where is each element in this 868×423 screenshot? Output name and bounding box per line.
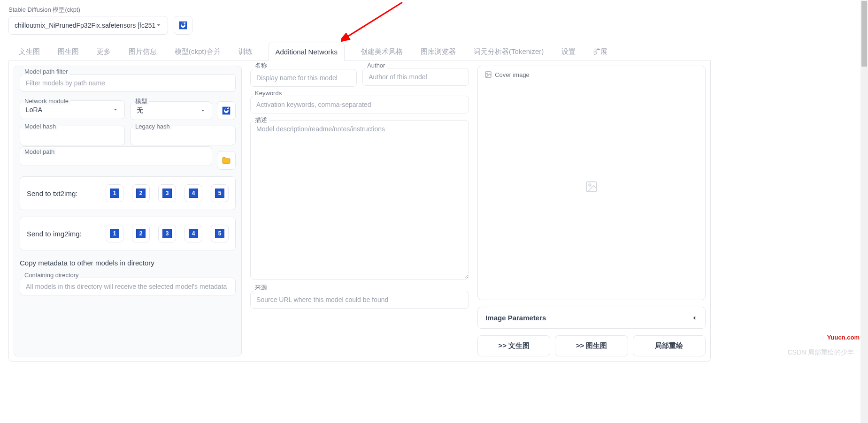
tab-settings[interactable]: 设置 (560, 43, 577, 61)
send-to-inpaint-button[interactable]: 局部重绘 (633, 335, 706, 356)
refresh-icon (222, 106, 231, 115)
folder-icon (222, 157, 231, 164)
tab-additional-networks[interactable]: Additional Networks (269, 43, 345, 61)
tab-txt2img[interactable]: 文生图 (17, 43, 42, 61)
send-txt2img-3[interactable]: 3 (158, 184, 176, 202)
refresh-models-button[interactable] (174, 16, 192, 35)
tab-train[interactable]: 训练 (237, 43, 254, 61)
model-path-label: Model path (23, 148, 56, 155)
watermark-csdn: CSDN 局部重绘的少年 (787, 348, 854, 357)
svg-rect-0 (179, 22, 187, 30)
svg-point-3 (487, 73, 488, 75)
right-panel: Cover image Image Parameters >> 文生图 >> 图… (477, 66, 706, 356)
image-parameters-accordion[interactable]: Image Parameters (477, 307, 706, 329)
send-img2img-1[interactable]: 1 (106, 225, 123, 242)
tab-img2img[interactable]: 图生图 (56, 43, 81, 61)
scrollbar-track[interactable] (860, 0, 868, 367)
keywords-input[interactable] (250, 96, 469, 113)
tab-more[interactable]: 更多 (95, 43, 113, 61)
containing-dir-input[interactable] (20, 278, 236, 295)
send-txt2img-2[interactable]: 2 (132, 184, 150, 202)
model-refresh-button[interactable] (217, 101, 236, 120)
send-img2img-2[interactable]: 2 (132, 225, 150, 242)
desc-label: 描述 (253, 116, 269, 124)
cover-image-label: Cover image (495, 71, 530, 78)
send-txt2img-5[interactable]: 5 (211, 184, 229, 202)
refresh-icon (178, 21, 188, 30)
left-panel: Model path filter Network module LoRA 模型… (14, 66, 242, 356)
network-module-label: Network module (23, 98, 70, 105)
image-icon (484, 71, 492, 78)
main-tabs: 文生图 图生图 更多 图片信息 模型(ckpt)合并 训练 Additional… (8, 42, 711, 61)
model-path-filter-label: Model path filter (23, 68, 70, 75)
svg-rect-1 (223, 107, 230, 115)
scrollbar-thumb[interactable] (861, 1, 867, 67)
send-to-img2img-button[interactable]: >> 图生图 (555, 335, 628, 356)
send-txt2img-label: Send to txt2img: (27, 189, 92, 197)
model-select-label: 模型 (133, 97, 149, 106)
model-hash-label: Model hash (23, 123, 58, 130)
tab-extensions[interactable]: 扩展 (591, 43, 609, 61)
model-select-value: 无 (137, 106, 143, 115)
svg-point-5 (589, 184, 591, 186)
send-txt2img-row: Send to txt2img: 1 2 3 4 5 (20, 176, 236, 210)
send-img2img-3[interactable]: 3 (158, 225, 176, 242)
name-input[interactable] (250, 69, 357, 87)
copy-metadata-heading: Copy metadata to other models in directo… (20, 259, 236, 267)
tab-pnginfo[interactable]: 图片信息 (127, 43, 159, 61)
image-parameters-label: Image Parameters (485, 314, 546, 322)
send-img2img-label: Send to img2img: (27, 230, 92, 238)
author-label: Author (365, 62, 387, 69)
send-img2img-row: Send to img2img: 1 2 3 4 5 (20, 217, 236, 250)
legacy-hash-label: Legacy hash (133, 123, 172, 130)
tab-tokenizer[interactable]: 词元分析器(Tokenizer) (472, 43, 545, 61)
mid-panel: 名称 Author Keywords 描述 来源 (250, 66, 469, 356)
watermark-yuucn: Yuucn.com (827, 334, 860, 341)
author-input[interactable] (362, 68, 469, 86)
send-img2img-4[interactable]: 4 (184, 225, 202, 242)
model-path-filter-input[interactable] (20, 74, 236, 92)
open-folder-button[interactable] (217, 151, 236, 170)
keywords-label: Keywords (253, 90, 284, 97)
chevron-down-icon (200, 107, 206, 114)
sd-model-label: Stable Diffusion 模型(ckpt) (8, 6, 168, 14)
send-img2img-5[interactable]: 5 (211, 225, 229, 242)
send-txt2img-1[interactable]: 1 (106, 184, 123, 202)
desc-input[interactable] (250, 120, 469, 279)
name-label: 名称 (253, 61, 269, 70)
chevron-down-icon (155, 22, 162, 29)
tab-artstyle[interactable]: 创建美术风格 (359, 43, 405, 61)
chevron-down-icon (112, 106, 119, 113)
image-placeholder-icon (585, 180, 598, 193)
sd-model-select[interactable]: chilloutmix_NiPrunedFp32Fix.safetensors … (8, 16, 168, 35)
containing-dir-label: Containing directory (23, 272, 81, 279)
send-txt2img-4[interactable]: 4 (184, 184, 202, 202)
source-input[interactable] (250, 291, 469, 309)
send-to-txt2img-button[interactable]: >> 文生图 (477, 335, 550, 356)
tab-gallery[interactable]: 图库浏览器 (419, 43, 458, 61)
caret-left-icon (691, 315, 698, 321)
cover-image-dropzone[interactable]: Cover image (477, 66, 706, 300)
tab-ckpt-merge[interactable]: 模型(ckpt)合并 (173, 43, 223, 61)
network-module-value: LoRA (26, 106, 42, 113)
source-label: 来源 (253, 283, 269, 292)
sd-model-value: chilloutmix_NiPrunedFp32Fix.safetensors … (15, 22, 155, 29)
